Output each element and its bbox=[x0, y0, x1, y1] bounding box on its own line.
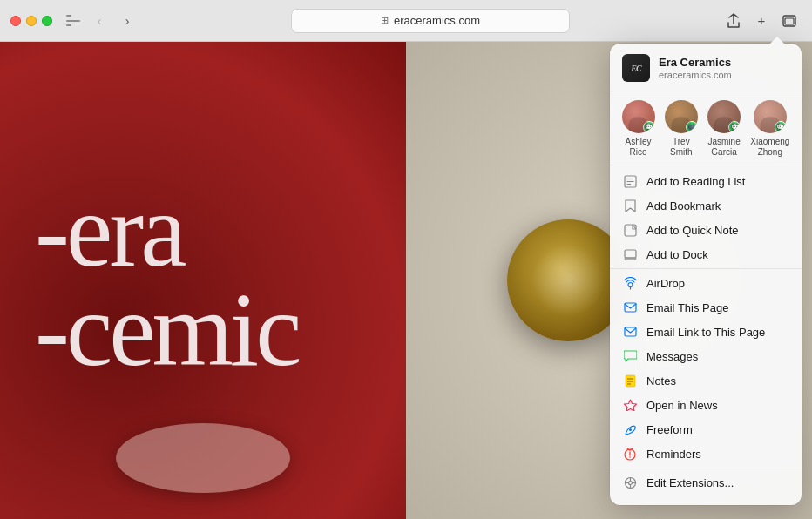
popup-header: EC Era Ceramics eraceramics.com bbox=[610, 44, 802, 91]
svg-point-9 bbox=[628, 282, 633, 286]
freeform-icon bbox=[622, 421, 638, 437]
site-favicon: EC bbox=[622, 54, 650, 82]
bg-left bbox=[0, 42, 406, 519]
avatar-xiaomeng: 💬 bbox=[754, 100, 787, 133]
svg-point-24 bbox=[628, 481, 632, 484]
menu-item-notes[interactable]: Notes bbox=[610, 368, 802, 393]
badge-ashley: 💬 bbox=[643, 121, 655, 133]
site-url: eraceramics.com bbox=[659, 70, 789, 80]
menu-item-email-page[interactable]: Email This Page bbox=[610, 295, 802, 320]
menu-item-extensions[interactable]: Edit Extensions... bbox=[610, 470, 802, 495]
email-page-label: Email This Page bbox=[646, 301, 728, 314]
menu-item-quick-note[interactable]: Add to Quick Note bbox=[610, 218, 802, 242]
share-button[interactable] bbox=[721, 9, 746, 33]
person-jasmine[interactable]: 💬 JasmineGarcia bbox=[707, 100, 741, 158]
svg-rect-12 bbox=[625, 327, 636, 336]
browser-chrome: ‹ › ⊞ eraceramics.com + bbox=[0, 0, 812, 42]
airdrop-label: AirDrop bbox=[646, 277, 685, 290]
tabs-overview-button[interactable] bbox=[777, 9, 802, 33]
person-name-ashley: AshleyRico bbox=[626, 137, 652, 158]
person-xiaomeng[interactable]: 💬 XiaomengZhong bbox=[750, 100, 789, 158]
person-name-jasmine: JasmineGarcia bbox=[707, 137, 740, 158]
menu-item-bookmark[interactable]: Add Bookmark bbox=[610, 193, 802, 218]
person-name-trev: TrevSmith bbox=[670, 137, 693, 158]
menu-section: Add to Reading ListAdd BookmarkAdd to Qu… bbox=[610, 165, 802, 498]
avatar-jasmine: 💬 bbox=[707, 100, 741, 133]
email-page-icon bbox=[622, 300, 638, 315]
airdrop-icon bbox=[622, 275, 638, 291]
reminders-icon bbox=[622, 446, 638, 462]
site-icon-text: EC bbox=[631, 64, 640, 73]
bookmark-label: Add Bookmark bbox=[646, 199, 721, 212]
notes-label: Notes bbox=[646, 374, 676, 388]
news-icon bbox=[622, 397, 638, 413]
dock-icon bbox=[622, 246, 638, 262]
nav-buttons: ‹ › bbox=[87, 9, 139, 33]
svg-rect-7 bbox=[625, 250, 636, 258]
menu-item-dock[interactable]: Add to Dock bbox=[610, 242, 802, 266]
sidebar-toggle[interactable] bbox=[66, 15, 80, 26]
svg-rect-8 bbox=[625, 258, 636, 260]
badge-trev: 📹 bbox=[686, 121, 698, 133]
badge-jasmine: 💬 bbox=[728, 121, 741, 133]
menu-item-messages[interactable]: Messages bbox=[610, 344, 802, 368]
menu-divider bbox=[610, 468, 802, 468]
email-link-label: Email Link to This Page bbox=[646, 326, 765, 339]
address-bar[interactable]: ⊞ eraceramics.com bbox=[291, 9, 570, 33]
site-name: Era Ceramics bbox=[659, 56, 789, 70]
menu-item-airdrop[interactable]: AirDrop bbox=[610, 271, 802, 295]
menu-item-reminders[interactable]: Reminders bbox=[610, 441, 802, 466]
svg-rect-1 bbox=[785, 18, 794, 24]
messages-label: Messages bbox=[646, 350, 698, 363]
back-button[interactable]: ‹ bbox=[87, 9, 112, 33]
avatar-trev: 📹 bbox=[665, 100, 698, 133]
new-tab-button[interactable]: + bbox=[749, 9, 774, 33]
news-label: Open in News bbox=[646, 399, 718, 412]
menu-item-freeform[interactable]: Freeform bbox=[610, 417, 802, 441]
email-link-icon bbox=[622, 324, 638, 340]
extensions-icon bbox=[622, 475, 638, 490]
person-ashley[interactable]: 💬 AshleyRico bbox=[622, 100, 655, 158]
badge-xiaomeng: 💬 bbox=[775, 121, 787, 133]
maximize-button[interactable] bbox=[42, 16, 52, 26]
toolbar-right: + bbox=[721, 9, 802, 33]
reading-list-icon bbox=[622, 173, 638, 189]
avatar-ashley: 💬 bbox=[622, 100, 655, 133]
svg-point-20 bbox=[629, 456, 631, 458]
reminders-label: Reminders bbox=[646, 448, 701, 461]
forward-button[interactable]: › bbox=[115, 9, 139, 33]
quick-note-label: Add to Quick Note bbox=[646, 224, 739, 237]
bookmark-icon bbox=[622, 198, 638, 213]
messages-icon bbox=[622, 348, 638, 364]
person-name-xiaomeng: XiaomengZhong bbox=[750, 137, 789, 158]
menu-divider bbox=[610, 268, 802, 269]
plate-left bbox=[116, 423, 290, 493]
share-popup: EC Era Ceramics eraceramics.com 💬 Ashley… bbox=[610, 44, 802, 505]
minimize-button[interactable] bbox=[26, 16, 37, 26]
close-button[interactable] bbox=[10, 16, 21, 26]
quick-note-icon bbox=[622, 222, 638, 238]
dock-label: Add to Dock bbox=[646, 248, 708, 261]
person-trev[interactable]: 📹 TrevSmith bbox=[665, 100, 698, 158]
svg-point-17 bbox=[629, 428, 632, 431]
freeform-label: Freeform bbox=[646, 423, 693, 436]
menu-item-news[interactable]: Open in News bbox=[610, 393, 802, 417]
site-info: Era Ceramics eraceramics.com bbox=[659, 56, 789, 80]
menu-item-email-link[interactable]: Email Link to This Page bbox=[610, 320, 802, 344]
notes-icon bbox=[622, 373, 638, 388]
extensions-label: Edit Extensions... bbox=[646, 476, 734, 489]
reading-list-label: Add to Reading List bbox=[646, 175, 745, 188]
people-row: 💬 AshleyRico 📹 TrevSmith 💬 JasmineGarcia… bbox=[610, 91, 802, 165]
lock-icon: ⊞ bbox=[381, 15, 389, 26]
svg-rect-11 bbox=[625, 303, 636, 312]
address-bar-wrap: ⊞ eraceramics.com bbox=[146, 9, 714, 33]
url-text: eraceramics.com bbox=[394, 14, 480, 27]
traffic-lights bbox=[10, 16, 52, 26]
menu-item-reading-list[interactable]: Add to Reading List bbox=[610, 169, 802, 193]
